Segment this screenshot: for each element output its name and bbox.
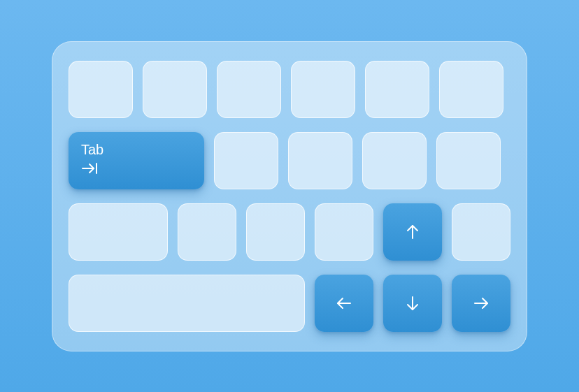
keyboard-panel: Tab: [52, 41, 527, 351]
blank-key[interactable]: [246, 203, 305, 261]
blank-key[interactable]: [69, 275, 305, 332]
arrow-down-key[interactable]: [383, 275, 442, 332]
blank-key[interactable]: [69, 61, 133, 118]
arrow-left-key[interactable]: [315, 275, 373, 332]
arrow-left-icon: [335, 296, 353, 311]
blank-key[interactable]: [439, 61, 503, 118]
arrow-right-key[interactable]: [452, 275, 510, 332]
blank-key[interactable]: [362, 132, 427, 189]
tab-icon: [81, 162, 99, 175]
blank-key[interactable]: [436, 132, 501, 189]
keyboard-row: [69, 61, 510, 118]
arrow-down-icon: [405, 294, 420, 312]
tab-key-label: Tab: [81, 142, 103, 158]
blank-key[interactable]: [291, 61, 355, 118]
tab-key[interactable]: Tab: [69, 132, 204, 189]
blank-key[interactable]: [217, 61, 281, 118]
blank-key[interactable]: [452, 203, 510, 261]
blank-key[interactable]: [178, 203, 236, 261]
blank-key[interactable]: [214, 132, 278, 189]
arrow-right-icon: [472, 296, 490, 311]
keyboard-row: [69, 203, 510, 261]
arrow-up-key[interactable]: [383, 203, 442, 261]
blank-key[interactable]: [69, 203, 168, 261]
blank-key[interactable]: [365, 61, 429, 118]
blank-key[interactable]: [315, 203, 373, 261]
keyboard-row: [69, 275, 510, 332]
arrow-up-icon: [405, 223, 420, 241]
blank-key[interactable]: [143, 61, 207, 118]
blank-key[interactable]: [288, 132, 352, 189]
keyboard-row: Tab: [69, 132, 510, 189]
